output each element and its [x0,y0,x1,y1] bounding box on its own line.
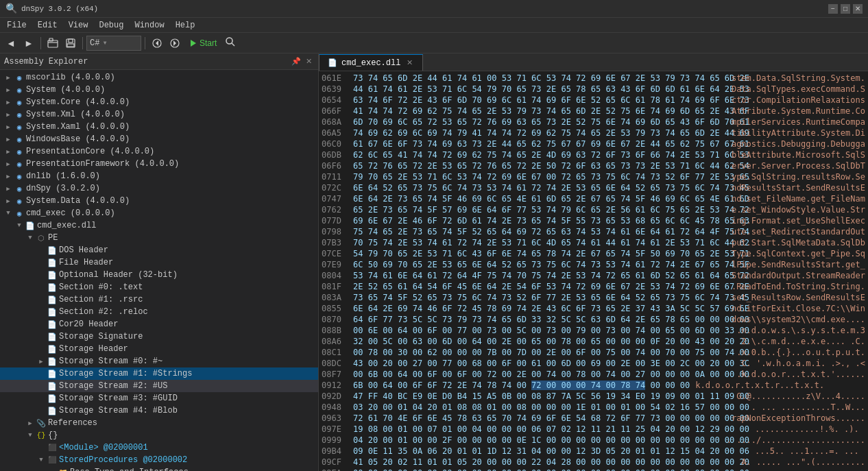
right-panel: 📄 cmd_exec.dll ✕ 061E 73 74 65 6D 2E 44 … [319,53,868,471]
hex-line: 081F 2E 52 65 61 64 54 6F 45 6E 64 2E 54… [322,281,865,292]
tree-item-references[interactable]: ▶ 📎 References [0,417,318,429]
doc-icon: 📄 [47,368,58,379]
tree-item-storage-stream-1[interactable]: 📄 Storage Stream #1: #Strings [0,367,318,380]
toolbar: ◄ ► C# ▾ Start [0,33,868,53]
tree-item-dos-header[interactable]: 📄 DOS Header [0,244,318,256]
menu-file[interactable]: File [1,19,32,32]
main-content: Assembly Explorer 📌 ✕ ▶ ◉ mscorlib (4.0.… [0,53,868,471]
tab-close-button[interactable]: ✕ [405,58,414,68]
tree-item-namespace[interactable]: ▼ {} {} [0,429,318,442]
tree-label: References [48,418,97,428]
hex-view[interactable]: 061E 73 74 65 6D 2E 44 61 74 61 00 53 71… [319,71,868,471]
search-button[interactable] [222,35,239,51]
doc-icon: 📄 [47,269,58,280]
toolbar-sep-3 [145,37,145,49]
tree-item-presentation-core[interactable]: ▶ ◉ PresentationCore (4.0.0.0) [0,145,318,158]
tree-label: Storage Signature [59,332,143,341]
tree-item-system-core[interactable]: ▶ ◉ System.Core (4.0.0.0) [0,96,318,108]
language-dropdown[interactable]: C# ▾ [86,36,141,51]
doc-icon: 📄 [47,356,58,367]
tree-item-module[interactable]: ⬛ <Module> @02000001 [0,442,318,454]
maximize-button[interactable]: □ [841,4,850,14]
doc-icon: 📄 [47,393,58,404]
hex-line: 0855 6E 64 2E 69 74 46 6F 72 45 78 69 74… [322,303,865,314]
back-button[interactable]: ◄ [3,35,19,51]
forward-button[interactable]: ► [21,35,37,51]
start-button[interactable]: Start [184,37,221,49]
menu-help[interactable]: Help [170,19,201,32]
menu-view[interactable]: View [63,19,94,32]
debug-forward-button[interactable] [167,35,183,51]
tab-icon: 📄 [328,58,337,67]
ref-icon: 📎 [36,418,47,428]
tree-item-base-type[interactable]: ▶ 📁 Base Type and Interfaces [0,466,318,471]
expand-icon [36,343,47,354]
close-panel-button[interactable]: ✕ [303,56,314,67]
tree-item-file-header[interactable]: 📄 File Header [0,256,318,269]
title-bar: 🔍 dnSpy 3.0.2 (x64) − □ ✕ [0,0,868,18]
tree-item-storage-sig[interactable]: 📄 Storage Signature [0,330,318,343]
svg-line-9 [232,43,234,46]
tree-item-section-1[interactable]: 📄 Section #1: .rsrc [0,293,318,306]
assembly-icon: ◉ [14,109,25,120]
open-button[interactable] [45,35,61,51]
tree-item-optional-header[interactable]: 📄 Optional Header (32-bit) [0,269,318,281]
tree-label: Section #1: .rsrc [59,295,143,304]
tab-cmd-exec-dll[interactable]: 📄 cmd_exec.dll ✕ [319,54,423,71]
assembly-tree[interactable]: ▶ ◉ mscorlib (4.0.0.0) ▶ ◉ System (4.0.0… [0,70,318,471]
tree-item-storage-stream-4[interactable]: 📄 Storage Stream #4: #Blob [0,404,318,417]
tree-item-storage-stream-2[interactable]: 📄 Storage Stream #2: #US [0,380,318,392]
tree-item-section-0[interactable]: 📄 Section #0: .text [0,281,318,293]
minimize-button[interactable]: − [828,4,838,14]
assembly-icon: ◉ [14,146,25,157]
doc-icon: 📄 [47,282,58,293]
tree-item-storage-stream-0[interactable]: ▶ 📄 Storage Stream #0: #~ [0,355,318,367]
tree-item-windows-base[interactable]: ▶ ◉ WindowsBase (4.0.0.0) [0,133,318,145]
menu-window[interactable]: Window [129,19,169,32]
tree-item-presentation-fw[interactable]: ▶ ◉ PresentationFramework (4.0.0.0) [0,158,318,170]
tree-item-section-2[interactable]: 📄 Section #2: .reloc [0,306,318,318]
doc-icon: 📄 [47,381,58,391]
hex-line: 0963 72 61 70 4E 6F 6E 45 78 63 65 70 74… [322,413,865,424]
tree-item-system[interactable]: ▶ ◉ System (4.0.0.0) [0,84,318,96]
assembly-icon: ◉ [14,171,25,182]
debug-back-button[interactable] [149,35,165,51]
tree-item-pe[interactable]: ▼ ⬡ PE [0,232,318,244]
tree-item-stored-procs[interactable]: ▼ ⬛ StoredProcedures @02000002 [0,454,318,466]
panel-controls: 📌 ✕ [291,56,314,67]
expand-icon: ▶ [3,121,14,132]
hex-line: 072C 6E 64 52 65 73 75 6C 74 73 53 74 61… [322,182,865,193]
tree-item-storage-header[interactable]: 📄 Storage Header [0,343,318,355]
hex-line: 0948 03 20 00 01 04 20 01 08 08 01 00 08… [322,402,865,413]
doc-icon: 📄 [47,257,58,268]
assembly-icon: ◉ [14,158,25,169]
menu-debug[interactable]: Debug [93,19,129,32]
doc-icon: 📄 [47,319,58,330]
save-button[interactable] [62,35,79,51]
tree-item-system-xml[interactable]: ▶ ◉ System.Xml (4.0.0.0) [0,108,318,121]
assembly-icon: ◉ [14,97,25,108]
menu-edit[interactable]: Edit [32,19,63,32]
tree-label: DOS Header [59,245,108,255]
doc-icon: 📄 [47,343,58,354]
tree-item-storage-stream-3[interactable]: 📄 Storage Stream #3: #GUID [0,392,318,404]
hex-line: 0762 65 2E 73 65 74 5F 57 69 6E 64 6F 77… [322,204,865,215]
hex-line: 0912 6B 00 64 00 6F 6F 72 2E 74 78 74 00… [322,380,865,391]
expand-icon [36,282,47,293]
pin-button[interactable]: 📌 [291,56,302,67]
tree-item-cmd-exec-dll[interactable]: ▼ 📄 cmd_exec.dll [0,219,318,232]
tree-item-system-xaml[interactable]: ▶ ◉ System.Xaml (4.0.0.0) [0,121,318,133]
tree-item-dnspy[interactable]: ▶ ◉ dnSpy (3.0.2.0) [0,182,318,195]
tree-item-system-data[interactable]: ▶ ◉ System.Data (4.0.0.0) [0,195,318,207]
tree-item-cmd-exec[interactable]: ▼ ◉ cmd_exec (0.0.0.0) [0,207,318,219]
tree-item-cor20-header[interactable]: 📄 Cor20 Header [0,318,318,330]
tree-label: Storage Stream #3: #GUID [59,394,178,403]
tree-label: PresentationFramework (4.0.0.0) [26,159,179,169]
close-window-button[interactable]: ✕ [853,4,863,14]
tree-label: PE [48,233,58,243]
expand-icon [36,331,47,342]
hex-line: 08C1 00 78 00 30 00 62 00 00 00 7B 00 7D… [322,347,865,358]
tree-item-dnlib[interactable]: ▶ ◉ dnlib (1.6.0.0) [0,170,318,182]
tree-item-mscorlib[interactable]: ▶ ◉ mscorlib (4.0.0.0) [0,71,318,84]
expand-icon: ▶ [3,195,14,206]
